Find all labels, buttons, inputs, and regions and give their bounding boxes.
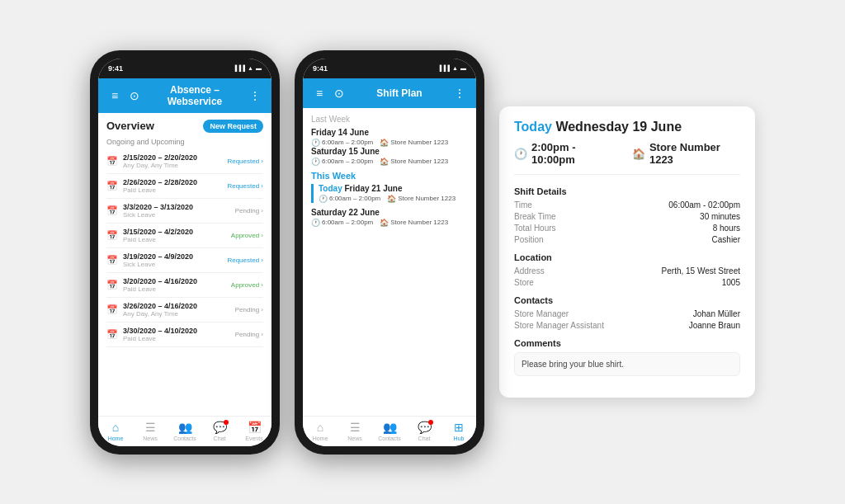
nav-item-2-chat[interactable]: 💬 Chat [407,420,441,441]
comments-box: Please bring your blue shirt. [514,352,740,376]
shift-day-heading: Saturday 15 June [311,147,468,156]
absence-type: Paid Leave [123,285,226,293]
nav-item-events[interactable]: 📅 Events [237,420,271,441]
signal-icon: ▐▐▐ [233,65,245,71]
absence-header-left: ≡ ⊙ [106,89,143,102]
nav-label: News [143,436,158,441]
nav-label: Events [245,436,262,441]
absence-list-item[interactable]: 📅 3/19/2020 – 4/9/2020 Sick Leave Reques… [106,248,263,273]
calendar-icon: 📅 [106,280,118,290]
clock-icon: 🕐 [514,148,527,160]
detail-label: Position [514,235,544,244]
absence-list-item[interactable]: 📅 2/26/2020 – 2/28/2020 Paid Leave Reque… [106,174,263,199]
status-bar-1: 9:41 ▐▐▐ ▲ ▬ [98,59,271,78]
absence-dates: 3/30/2020 – 4/10/2020 [123,327,230,335]
nav-icon-wrap: 👥 [178,420,192,435]
absence-type: Any Day, Any Time [123,310,230,318]
shift-store: Store Number 1223 [390,139,448,146]
bottom-nav-1: ⌂ Home ☰ News 👥 Contacts 💬 Chat [98,416,271,446]
shift-day-item[interactable]: Today Friday 21 June 🕐 6:00am – 2:00pm 🏠… [311,184,468,203]
shift-day-row: Friday 14 June 🕐 6:00am – 2:00pm 🏠 Store… [311,128,468,147]
absence-type: Paid Leave [123,186,222,194]
hamburger-icon[interactable]: ≡ [106,89,123,102]
nav-item-news[interactable]: ☰ News [133,420,168,441]
absence-list: 📅 2/15/2020 – 2/20/2020 Any Day, Any Tim… [106,149,263,347]
nav-item-2-news[interactable]: ☰ News [338,420,372,441]
nav-item-2-contacts[interactable]: 👥 Contacts [372,420,407,441]
shift-info: 🕐 6:00am – 2:00pm 🏠 Store Number 1223 [311,219,468,227]
shift-store: Store Number 1223 [390,158,448,165]
nav-icon-2: ⌂ [317,421,323,434]
absence-list-item[interactable]: 📅 3/26/2020 – 4/16/2020 Any Day, Any Tim… [106,298,263,323]
shift-day-item[interactable]: Saturday 15 June 🕐 6:00am – 2:00pm 🏠 Sto… [311,147,468,166]
absence-status: Approved › [231,281,263,289]
nav-item-home[interactable]: ⌂ Home [98,420,133,441]
this-week-label: This Week [311,171,468,181]
shift-day-row: Saturday 15 June 🕐 6:00am – 2:00pm 🏠 Sto… [311,147,468,166]
calendar-icon: 📅 [106,181,118,191]
shift-day-name: Friday 14 June [311,128,369,137]
detail-row: PositionCashier [514,235,740,244]
nav-item-2-home[interactable]: ⌂ Home [303,420,338,441]
settings-icon[interactable]: ⊙ [126,89,143,102]
nav-item-chat[interactable]: 💬 Chat [202,420,237,441]
clock-icon-small: 🕐 [311,139,320,147]
nav-icon-wrap: ⌂ [112,420,119,435]
new-request-button[interactable]: New Request [203,120,263,133]
absence-list-item[interactable]: 📅 2/15/2020 – 2/20/2020 Any Day, Any Tim… [106,149,263,174]
absence-status: Requested › [227,158,263,165]
detail-label: Total Hours [514,224,556,233]
shift-time-item: 🕐 6:00am – 2:00pm [311,139,373,147]
nav-icon: 📅 [248,421,262,434]
detail-row: AddressPerth, 15 West Street [514,266,740,276]
nav-icon-wrap: 📅 [248,420,262,435]
nav-icon-wrap-2: ⊞ [454,420,464,435]
absence-list-item[interactable]: 📅 3/20/2020 – 4/16/2020 Paid Leave Appro… [106,273,263,298]
nav-item-2-hub[interactable]: ⊞ Hub [441,420,476,441]
absence-dates: 3/15/2020 – 4/2/2020 [123,228,226,236]
absence-type: Paid Leave [123,335,230,342]
shift-time-item: 🕐 6:00am – 2:00pm [311,219,373,227]
detail-label: Store Manager Assistant [514,321,604,330]
shift-day-heading: Saturday 22 June [311,208,468,217]
scene: 9:41 ▐▐▐ ▲ ▬ ≡ ⊙ Absence – Webservice ⋮ [0,34,845,471]
battery-icon: ▬ [256,65,262,71]
shift-store: Store Number 1223 [390,219,448,226]
absence-status: Requested › [227,257,263,264]
hamburger-icon-2[interactable]: ≡ [311,87,328,100]
notch-1 [160,59,210,72]
shift-day-item[interactable]: Friday 14 June 🕐 6:00am – 2:00pm 🏠 Store… [311,128,468,147]
calendar-icon: 📅 [106,304,118,315]
detail-row: Store ManagerJohan Müller [514,309,740,318]
wifi-icon: ▲ [248,65,253,71]
absence-content: Overview New Request Ongoing and Upcomin… [98,113,271,416]
detail-value: 8 hours [713,224,740,233]
absence-type: Any Day, Any Time [123,162,222,169]
absence-list-item[interactable]: 📅 3/3/2020 – 3/13/2020 Sick Leave Pendin… [106,199,263,224]
store-icon-small: 🏠 [380,139,389,147]
nav-label: Home [108,436,124,441]
nav-label: Contacts [173,436,196,441]
absence-list-item[interactable]: 📅 3/30/2020 – 4/10/2020 Paid Leave Pendi… [106,323,263,347]
comments-section: Comments Please bring your blue shirt. [514,338,740,376]
settings-icon-2[interactable]: ⊙ [331,87,347,100]
nav-icon: ☰ [145,421,156,434]
today-tag: Today [319,184,342,193]
shift-time: 6:00am – 2:00pm [329,195,380,202]
location-section: Location AddressPerth, 15 West StreetSto… [514,252,740,287]
nav-item-contacts[interactable]: 👥 Contacts [168,420,202,441]
detail-label: Store Manager [514,309,569,318]
more-icon-2[interactable]: ⋮ [451,87,468,100]
absence-list-item[interactable]: 📅 3/15/2020 – 4/2/2020 Paid Leave Approv… [106,224,263,248]
store-icon-small: 🏠 [380,158,389,166]
overview-title: Overview [106,120,154,132]
shift-day-heading: Today Friday 21 June [319,184,468,193]
contacts-title: Contacts [514,295,740,305]
wifi-icon-2: ▲ [452,65,458,71]
shift-day-item[interactable]: Saturday 22 June 🕐 6:00am – 2:00pm 🏠 Sto… [311,208,468,227]
status-bar-2: 9:41 ▐▐▐ ▲ ▬ [303,59,476,78]
shift-details-title: Shift Details [514,186,740,196]
more-icon[interactable]: ⋮ [247,89,263,102]
absence-dates: 3/3/2020 – 3/13/2020 [123,203,230,211]
nav-label-2: Contacts [378,436,401,441]
